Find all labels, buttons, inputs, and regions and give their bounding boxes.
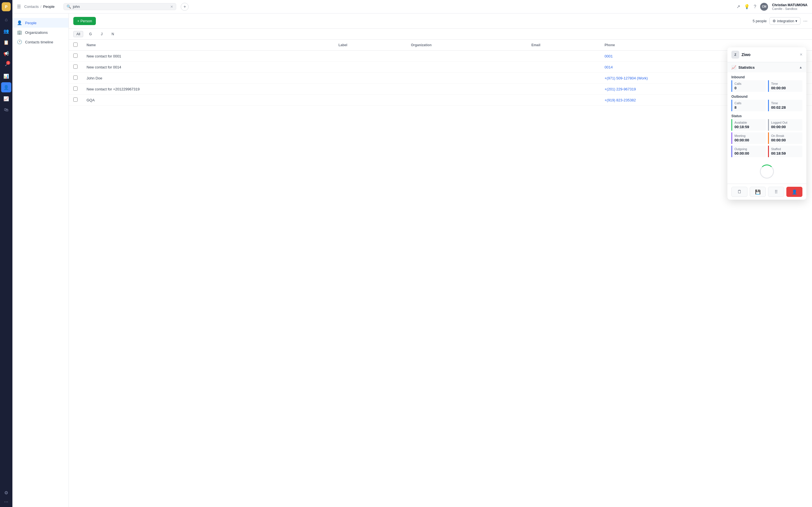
ziwo-header: Z Ziwo × (727, 47, 806, 62)
available-value: 00:18:59 (734, 125, 763, 129)
rail-campaigns-icon[interactable]: 📢 (1, 48, 11, 59)
breadcrumb-parent[interactable]: Contacts (24, 4, 39, 9)
topbar-user-name: Christian MATUMONA (772, 3, 808, 7)
main-area: ☰ Contacts / People 🔍 ✕ + ↗ 💡 ? CM Chris… (12, 0, 812, 507)
rail-analytics-icon[interactable]: 📊 (1, 71, 11, 81)
status-row-1: Available 00:18:59 Logged Out 00:00:00 (731, 119, 802, 131)
search-input[interactable] (73, 4, 168, 9)
sidebar-label-organizations: Organizations (25, 31, 48, 35)
row-name[interactable]: New contact for 0014 (82, 62, 334, 73)
sidebar-label-timeline: Contacts timeline (25, 40, 53, 44)
select-all-checkbox[interactable] (73, 43, 78, 47)
available-label: Available (734, 121, 763, 124)
topbar-share-icon[interactable]: ↗ (737, 4, 740, 9)
filter-n-button[interactable]: N (109, 31, 117, 37)
topbar-avatar[interactable]: CM (760, 3, 768, 11)
table-row: New contact for 0014 0014 (69, 62, 812, 73)
sidebar-item-contacts-timeline[interactable]: 🕐 Contacts timeline (12, 37, 68, 47)
filter-all-button[interactable]: All (73, 31, 83, 37)
integration-label: integration (777, 19, 794, 23)
outgoing-value: 00:00:00 (734, 151, 763, 156)
inbound-time-card: Time 00:00:00 (768, 80, 802, 92)
rail-contacts-icon[interactable]: 👥 (1, 26, 11, 36)
timeline-icon: 🕐 (17, 40, 22, 45)
table-area: + Person 5 people ⚙ integration ▾ ··· Al… (69, 13, 812, 507)
outbound-section: Outbound Calls 8 Time 00:02:28 (731, 95, 802, 111)
rail-home-icon[interactable]: ⌂ (1, 15, 11, 25)
search-clear-icon[interactable]: ✕ (170, 5, 173, 9)
phone-link: 0001 (605, 54, 613, 58)
app-logo[interactable]: P (2, 2, 11, 11)
topbar-lightbulb-icon[interactable]: 💡 (744, 4, 750, 9)
rail-activity-icon[interactable]: 📋 (1, 37, 11, 47)
filter-bar: All G J N (69, 29, 812, 40)
filter-j-button[interactable]: J (98, 31, 106, 37)
row-organization (406, 95, 527, 106)
on-break-label: On Break (771, 134, 800, 137)
ziwo-profile-button[interactable]: 👤 (786, 187, 802, 197)
toolbar-right: 5 people ⚙ integration ▾ ··· (753, 17, 808, 25)
search-add-button[interactable]: + (181, 3, 189, 11)
table-header-row: Name Label Organization Email Phone (69, 40, 812, 51)
menu-icon[interactable]: ☰ (17, 4, 21, 9)
rail-people-icon[interactable]: 👤 (1, 82, 11, 93)
row-name[interactable]: GQA (82, 95, 334, 106)
filter-icon: ⚙ (772, 19, 776, 23)
outbound-time-card: Time 00:02:28 (768, 100, 802, 111)
ziwo-grid-button[interactable]: ⠿ (768, 187, 784, 197)
available-card: Available 00:18:59 (731, 119, 766, 131)
row-checkbox[interactable] (73, 64, 78, 69)
integration-button[interactable]: ⚙ integration ▾ (769, 17, 801, 25)
ziwo-close-button[interactable]: × (800, 52, 802, 57)
sidebar-item-people[interactable]: 👤 People (12, 18, 68, 27)
ziwo-save-button[interactable]: 💾 (750, 187, 766, 197)
header-organization[interactable]: Organization (406, 40, 527, 51)
ziwo-panel: Z Ziwo × 📈 Statistics ▲ (727, 47, 806, 200)
ziwo-footer-actions: 🗒 💾 ⠿ 👤 (727, 184, 806, 200)
row-name[interactable]: New contact for 0001 (82, 51, 334, 62)
more-options-button[interactable]: ··· (803, 18, 808, 24)
rail-settings-icon[interactable]: ⚙ (1, 488, 11, 498)
on-break-card: On Break 00:00:00 (768, 132, 802, 144)
rail-trends-icon[interactable]: 📈 (1, 94, 11, 104)
status-row-2: Meeting 00:00:00 On Break 00:00:00 (731, 132, 802, 144)
row-label (334, 95, 406, 106)
row-checkbox[interactable] (73, 75, 78, 80)
ziwo-title: Ziwo (742, 52, 798, 57)
filter-g-button[interactable]: G (86, 31, 95, 37)
staffed-label: Staffed (771, 147, 800, 151)
breadcrumb-separator: / (40, 4, 42, 9)
topbar-help-icon[interactable]: ? (754, 4, 756, 9)
row-checkbox[interactable] (73, 98, 78, 102)
row-organization (406, 73, 527, 83)
row-label (334, 83, 406, 95)
outbound-label: Outbound (731, 95, 802, 99)
row-name[interactable]: John Doe (82, 73, 334, 83)
rail-store-icon[interactable]: 🛍 (1, 105, 11, 115)
sidebar-label-people: People (25, 21, 36, 25)
row-checkbox[interactable] (73, 87, 78, 91)
stats-header-left: 📈 Statistics (731, 65, 755, 69)
header-email[interactable]: Email (527, 40, 600, 51)
row-name[interactable]: New contact for +201229967319 (82, 83, 334, 95)
inbound-section: Inbound Calls 0 Time 00:00:00 (731, 75, 802, 92)
status-section: Status Available 00:18:59 Logged Out 00:… (731, 114, 802, 157)
add-person-button[interactable]: + Person (73, 17, 96, 25)
outbound-time-label: Time (771, 101, 800, 105)
header-label[interactable]: Label (334, 40, 406, 51)
header-name[interactable]: Name (82, 40, 334, 51)
stats-header[interactable]: 📈 Statistics ▲ (727, 62, 806, 72)
sidebar-item-organizations[interactable]: 🏢 Organizations (12, 27, 68, 37)
phone-link: +(919) 823-235382 (605, 98, 636, 102)
rail-more-icon[interactable]: ··· (4, 499, 8, 505)
ziwo-notepad-button[interactable]: 🗒 (731, 187, 748, 197)
people-icon: 👤 (17, 20, 22, 25)
breadcrumb-current: People (43, 4, 54, 9)
staffed-value: 00:18:59 (771, 151, 800, 156)
chevron-down-icon: ▾ (795, 19, 797, 23)
row-checkbox-cell (69, 83, 82, 95)
outbound-calls-label: Calls (734, 101, 763, 105)
row-checkbox[interactable] (73, 54, 78, 58)
rail-tasks-icon[interactable]: ✓ (1, 60, 11, 70)
table-row: John Doe +(971) 509-127804 (Work) (69, 73, 812, 83)
